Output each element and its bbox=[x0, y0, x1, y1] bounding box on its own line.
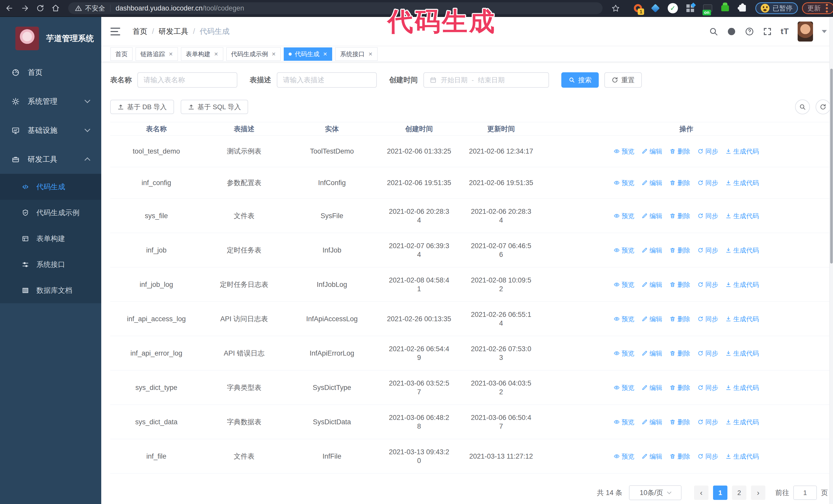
browser-home-icon[interactable] bbox=[50, 2, 62, 14]
delete-link[interactable]: 删除 bbox=[669, 147, 690, 155]
edit-link[interactable]: 编辑 bbox=[642, 147, 662, 155]
preview-link[interactable]: 预览 bbox=[614, 147, 634, 155]
search-icon[interactable] bbox=[709, 27, 718, 36]
preview-link[interactable]: 预览 bbox=[614, 280, 634, 289]
generate-code-link[interactable]: 生成代码 bbox=[725, 147, 759, 155]
sidebar-subitem[interactable]: 系统接口 bbox=[0, 251, 101, 278]
sidebar-subitem[interactable]: 数据库文档 bbox=[0, 278, 101, 303]
address-bar[interactable]: 不安全 dashboard.yudao.iocoder.cn/tool/code… bbox=[68, 2, 602, 14]
generate-code-link[interactable]: 生成代码 bbox=[725, 315, 759, 323]
sync-link[interactable]: 同步 bbox=[697, 349, 718, 358]
extension-check-icon[interactable]: ✓ bbox=[667, 3, 679, 14]
import-sql-button[interactable]: 基于 SQL 导入 bbox=[181, 100, 248, 114]
sidebar-subitem[interactable]: 代码生成示例 bbox=[0, 200, 101, 225]
generate-code-link[interactable]: 生成代码 bbox=[725, 452, 759, 461]
tab-active[interactable]: 代码生成✕ bbox=[284, 47, 332, 61]
generate-code-link[interactable]: 生成代码 bbox=[725, 178, 759, 187]
help-icon[interactable] bbox=[745, 27, 754, 36]
generate-code-link[interactable]: 生成代码 bbox=[725, 383, 759, 392]
extension-grid-icon[interactable] bbox=[685, 3, 696, 14]
goto-page-input[interactable] bbox=[793, 485, 817, 500]
sync-link[interactable]: 同步 bbox=[697, 417, 718, 426]
import-db-button[interactable]: 基于 DB 导入 bbox=[110, 100, 174, 114]
delete-link[interactable]: 删除 bbox=[669, 280, 690, 289]
refresh-table-button[interactable] bbox=[815, 99, 830, 114]
delete-link[interactable]: 删除 bbox=[669, 349, 690, 358]
edit-link[interactable]: 编辑 bbox=[642, 212, 662, 220]
page-button[interactable]: 1 bbox=[713, 485, 728, 500]
extension-orange-icon[interactable]: 1 bbox=[632, 3, 644, 14]
sync-link[interactable]: 同步 bbox=[697, 246, 718, 255]
browser-back-icon[interactable] bbox=[4, 2, 15, 14]
edit-link[interactable]: 编辑 bbox=[642, 417, 662, 426]
tab-close-icon[interactable]: ✕ bbox=[323, 51, 327, 57]
sync-link[interactable]: 同步 bbox=[697, 178, 718, 187]
search-button[interactable]: 搜索 bbox=[561, 72, 599, 88]
edit-link[interactable]: 编辑 bbox=[642, 280, 662, 289]
sidebar-item[interactable]: 研发工具 bbox=[0, 145, 101, 174]
tab-close-icon[interactable]: ✕ bbox=[272, 51, 276, 57]
edit-link[interactable]: 编辑 bbox=[642, 178, 662, 187]
tab-close-icon[interactable]: ✕ bbox=[368, 51, 373, 57]
preview-link[interactable]: 预览 bbox=[614, 417, 634, 426]
generate-code-link[interactable]: 生成代码 bbox=[725, 212, 759, 220]
toggle-search-button[interactable] bbox=[795, 99, 810, 114]
edit-link[interactable]: 编辑 bbox=[642, 383, 662, 392]
extension-puzzle-icon[interactable] bbox=[737, 3, 748, 14]
github-icon[interactable] bbox=[727, 27, 736, 36]
preview-link[interactable]: 预览 bbox=[614, 452, 634, 461]
table-name-input[interactable] bbox=[137, 72, 237, 88]
preview-link[interactable]: 预览 bbox=[614, 383, 634, 392]
delete-link[interactable]: 删除 bbox=[669, 246, 690, 255]
delete-link[interactable]: 删除 bbox=[669, 315, 690, 323]
kebab-menu-icon[interactable] bbox=[826, 7, 828, 9]
browser-forward-icon[interactable] bbox=[19, 2, 31, 14]
sidebar-subitem[interactable]: 表单构建 bbox=[0, 225, 101, 251]
extension-gem-icon[interactable] bbox=[650, 3, 661, 14]
sync-link[interactable]: 同步 bbox=[697, 383, 718, 392]
generate-code-link[interactable]: 生成代码 bbox=[725, 246, 759, 255]
font-size-icon[interactable]: tT bbox=[781, 27, 789, 36]
edit-link[interactable]: 编辑 bbox=[642, 315, 662, 323]
logo-row[interactable]: 芋道管理系统 bbox=[0, 17, 101, 58]
delete-link[interactable]: 删除 bbox=[669, 212, 690, 220]
sidebar-item[interactable]: 首页 bbox=[0, 58, 101, 87]
delete-link[interactable]: 删除 bbox=[669, 178, 690, 187]
reset-button[interactable]: 重置 bbox=[604, 72, 642, 88]
preview-link[interactable]: 预览 bbox=[614, 349, 634, 358]
delete-link[interactable]: 删除 bbox=[669, 417, 690, 426]
extension-robot-icon[interactable] bbox=[719, 3, 731, 14]
tab-item[interactable]: 代码生成示例✕ bbox=[226, 47, 281, 61]
edit-link[interactable]: 编辑 bbox=[642, 452, 662, 461]
generate-code-link[interactable]: 生成代码 bbox=[725, 280, 759, 289]
breadcrumb-item[interactable]: 研发工具 bbox=[159, 26, 188, 37]
generate-code-link[interactable]: 生成代码 bbox=[725, 349, 759, 358]
sidebar-item[interactable]: 基础设施 bbox=[0, 116, 101, 145]
create-time-range-picker[interactable]: 开始日期 - 结束日期 bbox=[423, 72, 549, 88]
page-size-select[interactable]: 10条/页 bbox=[629, 485, 682, 500]
tab-close-icon[interactable]: ✕ bbox=[169, 51, 173, 57]
prev-page-button[interactable]: ‹ bbox=[694, 485, 709, 500]
avatar[interactable] bbox=[798, 22, 813, 42]
table-desc-input[interactable] bbox=[277, 72, 377, 88]
browser-update-button[interactable]: 更新 bbox=[802, 2, 833, 14]
next-page-button[interactable]: › bbox=[751, 485, 765, 500]
fullscreen-icon[interactable] bbox=[763, 27, 772, 36]
sidebar-subitem[interactable]: 代码生成 bbox=[0, 174, 101, 200]
bookmark-star-icon[interactable] bbox=[610, 2, 622, 14]
delete-link[interactable]: 删除 bbox=[669, 452, 690, 461]
tab-item[interactable]: 系统接口✕ bbox=[335, 47, 378, 61]
sync-link[interactable]: 同步 bbox=[697, 452, 718, 461]
page-button[interactable]: 2 bbox=[732, 485, 746, 500]
tab-item[interactable]: 表单构建✕ bbox=[181, 47, 223, 61]
breadcrumb-item[interactable]: 首页 bbox=[133, 26, 147, 37]
scrollbar-thumb[interactable] bbox=[830, 69, 833, 264]
sync-link[interactable]: 同步 bbox=[697, 147, 718, 155]
paused-extension-button[interactable]: 已暂停 bbox=[755, 2, 798, 14]
extension-dark-on-icon[interactable]: on bbox=[702, 3, 713, 14]
chevron-down-icon[interactable] bbox=[822, 30, 827, 33]
sync-link[interactable]: 同步 bbox=[697, 212, 718, 220]
browser-reload-icon[interactable] bbox=[34, 2, 46, 14]
preview-link[interactable]: 预览 bbox=[614, 178, 634, 187]
tab-close-icon[interactable]: ✕ bbox=[214, 51, 218, 57]
